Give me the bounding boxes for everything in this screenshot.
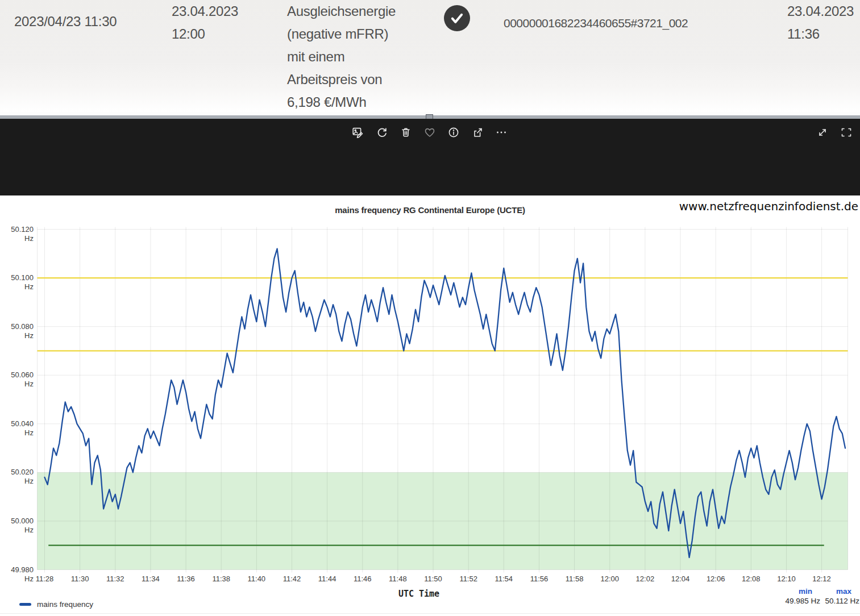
x-tick-label: 11:42 (279, 575, 304, 584)
min-max-stats: min max 49.985 Hz 50.112 Hz (772, 587, 859, 605)
description-line: Arbeitspreis von (287, 68, 396, 91)
min-header: min (772, 587, 820, 596)
heart-icon (423, 126, 437, 139)
edit-image-button[interactable] (351, 126, 365, 139)
fullscreen-button[interactable] (816, 126, 829, 139)
fullscreen-icon (816, 126, 829, 139)
x-tick-label: 11:46 (350, 575, 375, 584)
delivery-timestamp: 2023/04/23 11:30 (14, 10, 117, 33)
x-tick-label: 12:02 (633, 575, 658, 584)
description-line: 6,198 €/MWh (287, 91, 396, 114)
info-button[interactable] (447, 126, 460, 139)
x-tick-label: 11:48 (385, 575, 410, 584)
x-tick-label: 11:28 (32, 575, 57, 584)
x-tick-label: 12:04 (668, 575, 693, 584)
min-value: 49.985 Hz (772, 597, 820, 605)
info-icon (447, 126, 460, 139)
y-tick-label: 49.980 Hz (0, 565, 34, 575)
received-time: 11:36 (787, 23, 854, 45)
event-time: 12:00 (172, 23, 238, 45)
description-line: (negative mFRR) (287, 23, 396, 45)
image-viewer-toolbar (0, 119, 860, 195)
x-tick-label: 11:56 (526, 575, 551, 584)
x-tick-label: 12:06 (703, 575, 728, 584)
legend-line-swatch (19, 603, 31, 606)
status-badge (444, 5, 470, 31)
trash-icon (399, 126, 413, 139)
chart-legend: mains frequency (19, 600, 93, 609)
x-tick-label: 12:08 (738, 575, 763, 584)
x-tick-label: 11:40 (244, 575, 269, 584)
received-datetime: 23.04.2023 11:36 (787, 0, 854, 45)
ellipsis-icon (495, 126, 508, 139)
y-tick-label: 50.000 Hz (0, 517, 34, 526)
y-tick-label: 50.040 Hz (0, 419, 34, 428)
rotate-icon (375, 126, 389, 139)
more-button[interactable] (495, 126, 508, 139)
x-tick-label: 12:00 (597, 575, 622, 584)
y-tick-label: 50.100 Hz (0, 273, 34, 282)
y-tick-label: 50.060 Hz (0, 371, 34, 380)
x-tick-label: 12:12 (809, 575, 834, 584)
event-description: Ausgleichsenergie (negative mFRR) mit ei… (287, 0, 396, 114)
frequency-chart: mains frequency RG Continental Europe (U… (0, 195, 860, 616)
y-tick-label: 50.020 Hz (0, 468, 34, 477)
x-tick-label: 11:34 (138, 575, 163, 584)
y-tick-label: 50.120 Hz (0, 225, 34, 234)
description-line: mit einem (287, 45, 396, 68)
fit-to-window-button[interactable] (840, 126, 853, 139)
x-tick-label: 12:10 (774, 575, 799, 584)
favorite-button[interactable] (423, 126, 437, 139)
event-date: 23.04.2023 (172, 0, 238, 23)
rotate-button[interactable] (375, 126, 389, 139)
x-tick-label: 11:52 (456, 575, 481, 584)
frequency-plot (0, 195, 860, 616)
share-icon (471, 126, 484, 139)
max-value: 50.112 Hz (820, 597, 859, 605)
x-tick-label: 11:30 (68, 575, 93, 584)
event-id: 00000001682234460655#3721_002 (504, 12, 688, 35)
check-icon (448, 10, 466, 27)
y-tick-label: 50.080 Hz (0, 322, 34, 331)
x-axis-label: UTC Time (376, 589, 462, 599)
x-tick-label: 11:36 (173, 575, 198, 584)
legend-label: mains frequency (37, 600, 93, 609)
section-divider (0, 613, 860, 614)
event-table-row[interactable]: 2023/04/23 11:30 23.04.2023 12:00 Ausgle… (0, 0, 860, 112)
x-tick-label: 11:32 (103, 575, 128, 584)
x-tick-label: 11:58 (562, 575, 587, 584)
x-tick-label: 11:38 (209, 575, 234, 584)
max-header: max (820, 587, 859, 596)
share-button[interactable] (471, 126, 484, 139)
x-tick-label: 11:54 (491, 575, 516, 584)
delete-button[interactable] (399, 126, 413, 139)
edit-image-icon (351, 126, 365, 139)
event-datetime: 23.04.2023 12:00 (172, 0, 238, 45)
description-line: Ausgleichsenergie (287, 0, 396, 23)
x-tick-label: 11:50 (421, 575, 446, 584)
received-date: 23.04.2023 (787, 0, 854, 23)
fit-frame-icon (840, 126, 853, 139)
x-tick-label: 11:44 (315, 575, 340, 584)
